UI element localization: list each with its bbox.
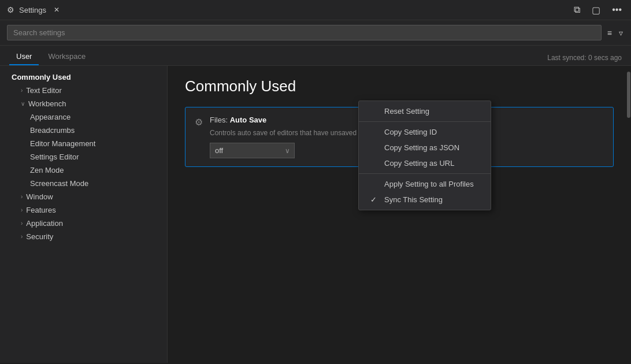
chevron-right-icon-security: › — [21, 233, 23, 240]
sidebar-item-window[interactable]: › Window — [0, 190, 167, 203]
chevron-down-icon: ∨ — [21, 101, 25, 107]
search-input[interactable] — [7, 25, 602, 40]
sync-status: Last synced: 0 secs ago — [547, 54, 622, 65]
settings-icon: ⚙ — [7, 5, 14, 14]
sidebar-item-application[interactable]: › Application — [0, 217, 167, 230]
context-menu-sync-label: Sync This Setting — [384, 195, 443, 204]
sidebar-item-breadcrumbs[interactable]: Breadcrumbs — [0, 124, 167, 137]
sidebar-label-breadcrumbs: Breadcrumbs — [30, 126, 75, 135]
content-title: Commonly Used — [185, 77, 614, 95]
scroll-thumb — [627, 72, 630, 118]
titlebar: ⚙ Settings ✕ ⧉ ▢ ••• — [0, 0, 631, 20]
split-editor-icon[interactable]: ⧉ — [571, 3, 582, 16]
context-menu-group-1: Reset Setting — [359, 101, 491, 122]
tabs-bar: User Workspace Last synced: 0 secs ago — [0, 46, 631, 66]
sidebar-item-text-editor[interactable]: › Text Editor — [0, 84, 167, 97]
filter-funnel-icon[interactable]: ▿ — [618, 27, 624, 39]
sidebar-label-screencast-mode: Screencast Mode — [30, 179, 88, 188]
check-sync-icon: ✓ — [370, 195, 380, 204]
sidebar-item-features[interactable]: › Features — [0, 203, 167, 217]
sidebar-item-zen-mode[interactable]: Zen Mode — [0, 164, 167, 177]
main-layout: Commonly Used › Text Editor ∨ Workbench … — [0, 66, 631, 363]
filter-settings-icon[interactable]: ≡ — [606, 27, 613, 39]
select-wrapper: off afterDelay onFocusChange onWindowCha… — [210, 143, 295, 158]
chevron-right-icon-application: › — [21, 220, 23, 226]
context-menu-copy-json-label: Copy Setting as JSON — [384, 143, 459, 152]
sidebar-item-security[interactable]: › Security — [0, 230, 167, 243]
sidebar-item-settings-editor[interactable]: Settings Editor — [0, 150, 167, 164]
chevron-right-icon-window: › — [21, 194, 23, 200]
setting-gear-icon[interactable]: ⚙ — [195, 117, 203, 128]
sidebar-label-workbench: Workbench — [28, 99, 66, 108]
sidebar-label-application: Application — [26, 219, 63, 228]
chevron-right-icon-features: › — [21, 207, 23, 213]
sidebar-item-commonly-used[interactable]: Commonly Used — [0, 70, 167, 84]
more-actions-icon[interactable]: ••• — [610, 3, 624, 16]
auto-save-select[interactable]: off afterDelay onFocusChange onWindowCha… — [210, 143, 295, 158]
split-right-icon[interactable]: ▢ — [589, 3, 603, 17]
sidebar-item-screencast-mode[interactable]: Screencast Mode — [0, 177, 167, 190]
sidebar-label-window: Window — [26, 192, 53, 201]
search-bar: ≡ ▿ — [0, 20, 631, 46]
tab-title: Settings — [19, 6, 46, 14]
context-menu-apply-profiles[interactable]: Apply Setting to all Profiles — [359, 176, 491, 192]
sidebar-label-security: Security — [26, 232, 53, 241]
context-menu-group-2: Copy Setting ID Copy Setting as JSON Cop… — [359, 122, 491, 174]
sidebar-label-zen-mode: Zen Mode — [30, 166, 64, 174]
titlebar-actions: ⧉ ▢ ••• — [571, 3, 624, 17]
tab-user[interactable]: User — [9, 49, 39, 65]
context-menu-reset-label: Reset Setting — [384, 107, 429, 116]
context-menu-copy-id[interactable]: Copy Setting ID — [359, 124, 491, 140]
context-menu-group-3: Apply Setting to all Profiles ✓ Sync Thi… — [359, 174, 491, 210]
scrollbar[interactable] — [626, 66, 631, 363]
context-menu-copy-json[interactable]: Copy Setting as JSON — [359, 140, 491, 155]
sidebar-label-settings-editor: Settings Editor — [30, 153, 79, 161]
context-menu-sync[interactable]: ✓ Sync This Setting — [359, 192, 491, 207]
setting-label-strong: Auto Save — [230, 116, 267, 124]
context-menu-copy-id-label: Copy Setting ID — [384, 128, 437, 136]
sidebar: Commonly Used › Text Editor ∨ Workbench … — [0, 66, 168, 363]
context-menu-reset[interactable]: Reset Setting — [359, 103, 491, 119]
tab-workspace[interactable]: Workspace — [41, 49, 92, 65]
close-tab-button[interactable]: ✕ — [52, 5, 61, 14]
setting-label-prefix: Files: — [210, 116, 230, 124]
sidebar-item-editor-management[interactable]: Editor Management — [0, 137, 167, 150]
context-menu-copy-url-label: Copy Setting as URL — [384, 159, 454, 168]
chevron-right-icon: › — [21, 87, 23, 94]
search-icons: ≡ ▿ — [606, 27, 624, 39]
context-menu-apply-profiles-label: Apply Setting to all Profiles — [384, 180, 474, 188]
sidebar-item-workbench[interactable]: ∨ Workbench — [0, 97, 167, 110]
content-area: Commonly Used ⚙ Files: Auto Save Control… — [168, 66, 631, 363]
sidebar-label-features: Features — [26, 206, 55, 214]
sidebar-label-text-editor: Text Editor — [26, 86, 61, 95]
sidebar-label-editor-management: Editor Management — [30, 139, 95, 148]
context-menu-copy-url[interactable]: Copy Setting as URL — [359, 155, 491, 171]
sidebar-label-appearance: Appearance — [30, 113, 70, 121]
commonly-used-label: Commonly Used — [12, 73, 71, 81]
context-menu: Reset Setting Copy Setting ID Copy Setti… — [358, 101, 491, 210]
sidebar-item-appearance[interactable]: Appearance — [0, 110, 167, 124]
